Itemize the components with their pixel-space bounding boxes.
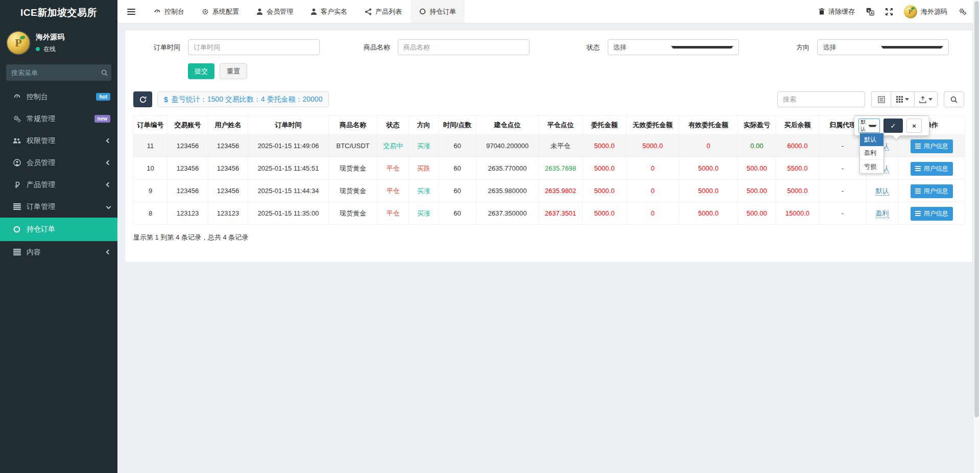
chevron-left-icon (106, 182, 111, 187)
list-icon (915, 144, 921, 149)
order-time-input[interactable] (188, 39, 320, 55)
scrollbar-thumb[interactable] (974, 1, 979, 417)
stats-text: 盈亏统计：1500 交易比数：4 委托金额：20000 (172, 95, 323, 104)
profit-type-link[interactable]: 默认 (876, 187, 889, 196)
sidebar-item-orders[interactable]: 订单管理 (0, 196, 117, 218)
gauge-icon (154, 8, 161, 15)
refresh-icon (139, 96, 147, 103)
orders-table: 订单编号交易账号用户姓名订单时间商品名称状态方向时间/点数建仓点位平仓点位委托金… (133, 115, 965, 225)
trash-icon (819, 8, 825, 15)
table-toolbar: $ 盈亏统计：1500 交易比数：4 委托金额：20000 (133, 91, 964, 107)
export-button[interactable] (914, 91, 938, 107)
user-status: 在线 (43, 45, 56, 54)
column-header: 平仓点位 (539, 115, 583, 135)
circle-icon (419, 8, 426, 15)
sidebar-menu: 控制台 hot 常规管理 new 权限管理 会员管理 产品管理 (0, 86, 117, 263)
sidebar-search-input[interactable] (11, 69, 101, 77)
list-icon (12, 203, 21, 210)
sidebar-item-dashboard[interactable]: 控制台 hot (0, 86, 117, 108)
tab-system-config[interactable]: 系统配置 (193, 0, 248, 23)
column-header: 无效委托金额 (627, 115, 679, 135)
column-header: 状态 (377, 115, 409, 135)
avatar (7, 32, 30, 54)
brand-title[interactable]: ICE新加坡交易所 (0, 0, 117, 26)
ruble-icon (12, 181, 21, 188)
column-header: 订单编号 (134, 115, 168, 135)
profit-stats: $ 盈亏统计：1500 交易比数：4 委托金额：20000 (157, 91, 329, 107)
user-name: 海外源码 (36, 33, 64, 42)
refresh-button[interactable] (133, 91, 152, 107)
sidebar-search (6, 64, 111, 81)
table-search-input[interactable] (777, 91, 865, 107)
tab-position-orders[interactable]: 持仓订单 (411, 0, 465, 23)
search-button[interactable] (944, 91, 964, 107)
settings-button[interactable] (959, 8, 967, 15)
caret-down-icon (868, 125, 877, 127)
columns-button[interactable] (891, 91, 914, 107)
status-select[interactable]: 选择 (608, 39, 739, 55)
fullscreen-button[interactable] (886, 8, 893, 15)
user-menu[interactable]: 海外源码 (904, 5, 947, 18)
grid-icon (896, 96, 903, 103)
circle-icon (12, 226, 21, 233)
column-header: 订单时间 (248, 115, 329, 135)
list-icon (915, 211, 921, 216)
table-row: 101234561234562025-01-15 11:45:51现货黄金平仓买… (134, 157, 965, 180)
hot-badge: hot (96, 93, 110, 101)
user-info-button[interactable]: 用户信息 (911, 139, 953, 153)
gears-icon (12, 115, 21, 123)
hamburger-menu-icon[interactable] (117, 0, 145, 23)
popover-cancel-button[interactable]: × (906, 119, 922, 133)
gear-icon (202, 8, 209, 15)
dropdown-option-loss[interactable]: 亏损 (860, 160, 883, 173)
chevron-left-icon (106, 160, 111, 165)
filter-form: 订单时间 商品名称 状态 选择 方 (133, 39, 964, 55)
order-time-label: 订单时间 (133, 43, 180, 52)
submit-button[interactable]: 提交 (188, 63, 214, 79)
column-header: 时间/点数 (439, 115, 476, 135)
share-nodes-icon (365, 8, 372, 15)
content-area: 订单时间 商品名称 状态 选择 方 (117, 23, 980, 473)
popover-select[interactable]: 默认 (858, 119, 880, 133)
pagination-summary: 显示第 1 到第 4 条记录，总共 4 条记录 (133, 233, 964, 242)
sidebar-item-products[interactable]: 产品管理 (0, 174, 117, 196)
sidebar-item-content[interactable]: 内容 (0, 241, 117, 263)
search-icon (950, 96, 958, 103)
user-panel: 海外源码 在线 (0, 26, 117, 61)
main-area: 控制台 系统配置 会员管理 客户实名 产品列表 持仓订单 (117, 0, 980, 473)
user-info-button[interactable]: 用户信息 (911, 184, 953, 198)
dropdown-option-default[interactable]: 默认 (860, 133, 883, 147)
expand-arrows-icon (886, 8, 893, 15)
direction-select[interactable]: 选择 (817, 39, 949, 55)
search-icon[interactable] (101, 69, 108, 76)
tab-product-list[interactable]: 产品列表 (356, 0, 411, 23)
detail-view-icon (878, 96, 885, 103)
export-icon (919, 96, 926, 103)
column-header: 有效委托金额 (679, 115, 738, 135)
sidebar-item-permissions[interactable]: 权限管理 (0, 130, 117, 152)
translate-icon (866, 8, 874, 16)
tab-dashboard[interactable]: 控制台 (145, 0, 193, 23)
tab-customer-kyc[interactable]: 客户实名 (302, 0, 356, 23)
column-header: 商品名称 (329, 115, 377, 135)
product-name-input[interactable] (398, 39, 530, 55)
dropdown-option-profit[interactable]: 盈利 (860, 147, 883, 160)
page-scrollbar[interactable] (973, 0, 980, 473)
user-info-button[interactable]: 用户信息 (911, 207, 953, 221)
sidebar-item-position-orders[interactable]: 持仓订单 (0, 218, 117, 241)
table-row: 91234561234562025-01-15 11:44:34现货黄金平仓买涨… (134, 180, 965, 202)
translate-button[interactable] (866, 8, 874, 16)
chevron-left-icon (106, 250, 111, 255)
sidebar-item-members[interactable]: 会员管理 (0, 152, 117, 174)
user-info-button[interactable]: 用户信息 (911, 162, 953, 176)
close-icon: × (912, 122, 916, 130)
popover-confirm-button[interactable]: ✓ (883, 119, 903, 133)
detail-view-button[interactable] (871, 91, 891, 107)
tab-members[interactable]: 会员管理 (248, 0, 302, 23)
reset-button[interactable]: 重置 (220, 63, 247, 79)
clear-cache-button[interactable]: 清除缓存 (819, 7, 855, 16)
chevron-down-icon (106, 204, 111, 209)
profit-type-link[interactable]: 盈利 (876, 209, 889, 218)
sidebar-item-general[interactable]: 常规管理 new (0, 108, 117, 130)
column-header: 交易账号 (168, 115, 208, 135)
